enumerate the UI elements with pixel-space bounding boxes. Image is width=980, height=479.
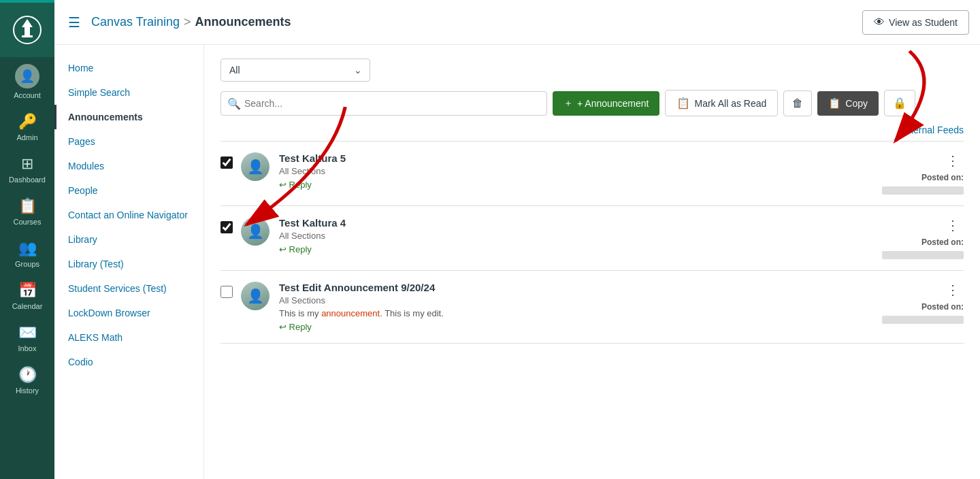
announcement-3-sections: All Sections <box>279 295 871 305</box>
course-nav-home[interactable]: Home <box>54 56 203 80</box>
nav-courses-label: Courses <box>14 218 42 226</box>
excerpt-after: . This is my edit. <box>380 308 444 318</box>
announcement-2-more-button[interactable]: ⋮ <box>942 217 964 233</box>
add-announcement-label: + Announcement <box>577 98 649 109</box>
nav-admin[interactable]: 🔑 Admin <box>0 106 54 148</box>
view-as-student-button[interactable]: 👁 View as Student <box>862 10 969 35</box>
announcement-3-date-bar <box>882 316 964 324</box>
nav-admin-label: Admin <box>16 133 37 142</box>
plus-icon: ＋ <box>564 97 573 110</box>
course-nav-library-test[interactable]: Library (Test) <box>54 252 203 276</box>
nav-calendar-label: Calendar <box>12 302 43 310</box>
search-wrapper: 🔍 <box>220 91 547 116</box>
search-icon: 🔍 <box>227 97 241 110</box>
course-nav-announcements[interactable]: Announcements <box>54 105 203 129</box>
announcement-1-sections: All Sections <box>279 166 871 176</box>
announcement-1-title: Test Kaltura 5 <box>279 152 871 164</box>
nav-history-label: History <box>16 386 39 395</box>
nav-account[interactable]: 👤 Account <box>0 57 54 106</box>
mark-all-read-label: Mark All as Read <box>694 98 766 109</box>
mark-all-read-button[interactable]: 📋 Mark All as Read <box>665 90 778 116</box>
copy-icon: 📋 <box>828 97 841 110</box>
breadcrumb-link[interactable]: Canvas Training <box>91 15 180 29</box>
breadcrumb-separator: > <box>184 15 191 29</box>
announcement-3-checkbox[interactable] <box>220 286 233 298</box>
filter-select-wrapper: All Unread Read ⌄ <box>220 59 370 82</box>
nav-history[interactable]: 🕐 History <box>0 359 54 401</box>
nav-inbox[interactable]: ✉️ Inbox <box>0 317 54 359</box>
announcement-3-avatar: 👤 <box>241 282 270 310</box>
nav-courses[interactable]: 📋 Courses <box>0 191 54 233</box>
announcement-2-posted-on: Posted on: <box>921 237 964 247</box>
filter-select[interactable]: All Unread Read <box>220 59 370 82</box>
view-as-student-label: View as Student <box>889 17 958 28</box>
hamburger-button[interactable]: ☰ <box>65 12 83 33</box>
announcement-1-more-button[interactable]: ⋮ <box>942 152 964 169</box>
announcement-item: 👤 Test Kaltura 4 All Sections ↩ Reply ⋮ … <box>220 206 964 271</box>
search-input[interactable] <box>220 91 547 116</box>
course-nav-pages[interactable]: Pages <box>54 129 203 154</box>
nav-account-label: Account <box>14 91 41 99</box>
nav-groups[interactable]: 👥 Groups <box>0 233 54 275</box>
lock-button[interactable]: 🔒 <box>884 90 915 116</box>
admin-icon: 🔑 <box>18 113 37 131</box>
announcement-2-title: Test Kaltura 4 <box>279 217 871 229</box>
delete-button[interactable]: 🗑 <box>783 90 812 116</box>
announcement-item: 👤 Test Kaltura 5 All Sections ↩ Reply ⋮ … <box>220 142 964 206</box>
announcement-1-date-bar <box>882 186 964 195</box>
announcement-item: 👤 Test Edit Announcement 9/20/24 All Sec… <box>220 271 964 344</box>
copy-button[interactable]: 📋 Copy <box>817 91 879 116</box>
course-nav-simple-search[interactable]: Simple Search <box>54 80 203 105</box>
canvas-logo-icon <box>12 15 42 45</box>
dashboard-icon: ⊞ <box>21 155 33 173</box>
announcement-3-more-button[interactable]: ⋮ <box>942 282 964 298</box>
external-feeds-row: External Feeds <box>220 125 964 135</box>
announcement-2-checkbox[interactable] <box>220 221 233 233</box>
announcement-3-body: Test Edit Announcement 9/20/24 All Secti… <box>279 282 871 332</box>
announcement-1-reply[interactable]: ↩ Reply <box>279 180 312 190</box>
excerpt-highlight: announcement <box>321 308 380 318</box>
external-feeds-link[interactable]: External Feeds <box>900 125 964 135</box>
announcement-3-excerpt: This is my announcement. This is my edit… <box>279 308 871 318</box>
course-nav-contact-navigator[interactable]: Contact an Online Navigator <box>54 203 203 227</box>
filter-row: All Unread Read ⌄ <box>220 59 964 82</box>
add-announcement-button[interactable]: ＋ + Announcement <box>553 91 659 116</box>
header-right: 👁 View as Student <box>862 10 969 35</box>
lock-icon: 🔒 <box>893 97 906 109</box>
nav-inbox-label: Inbox <box>18 344 37 352</box>
course-nav-modules[interactable]: Modules <box>54 154 203 178</box>
announcement-2-sections: All Sections <box>279 231 871 241</box>
announcement-2-reply[interactable]: ↩ Reply <box>279 244 312 254</box>
breadcrumb: Canvas Training > Announcements <box>91 15 291 29</box>
mark-all-read-icon: 📋 <box>676 97 690 110</box>
svg-marker-1 <box>22 19 33 27</box>
breadcrumb-current: Announcements <box>195 15 291 29</box>
announcement-3-reply[interactable]: ↩ Reply <box>279 322 312 332</box>
top-header: ☰ Canvas Training > Announcements 👁 View… <box>54 0 980 45</box>
courses-icon: 📋 <box>18 197 37 215</box>
global-nav: 👤 Account 🔑 Admin ⊞ Dashboard 📋 Courses … <box>0 0 54 479</box>
announcement-1-checkbox[interactable] <box>220 156 233 169</box>
course-nav-aleks[interactable]: ALEKS Math <box>54 325 203 350</box>
svg-rect-2 <box>24 27 30 35</box>
inbox-icon: ✉️ <box>18 324 37 342</box>
course-nav-lockdown[interactable]: LockDown Browser <box>54 301 203 325</box>
toolbar-row: 🔍 ＋ + Announcement 📋 Mark All as Read 🗑 <box>220 90 964 116</box>
nav-calendar[interactable]: 📅 Calendar <box>0 275 54 317</box>
course-nav-codio[interactable]: Codio <box>54 350 203 374</box>
copy-label: Copy <box>845 98 868 109</box>
nav-dashboard[interactable]: ⊞ Dashboard <box>0 148 54 191</box>
course-nav-library[interactable]: Library <box>54 227 203 252</box>
announcement-3-posted-on: Posted on: <box>921 302 964 312</box>
view-as-student-icon: 👁 <box>874 16 885 29</box>
announcement-2-right: ⋮ Posted on: <box>871 217 964 259</box>
nav-dashboard-label: Dashboard <box>9 176 46 184</box>
global-nav-logo <box>0 3 54 57</box>
announcement-2-date-bar <box>882 251 964 259</box>
course-nav-student-services[interactable]: Student Services (Test) <box>54 276 203 301</box>
excerpt-before: This is my <box>279 308 321 318</box>
course-nav: Home Simple Search Announcements Pages M… <box>54 45 204 479</box>
calendar-icon: 📅 <box>18 282 37 299</box>
announcement-1-body: Test Kaltura 5 All Sections ↩ Reply <box>279 152 871 190</box>
course-nav-people[interactable]: People <box>54 178 203 203</box>
